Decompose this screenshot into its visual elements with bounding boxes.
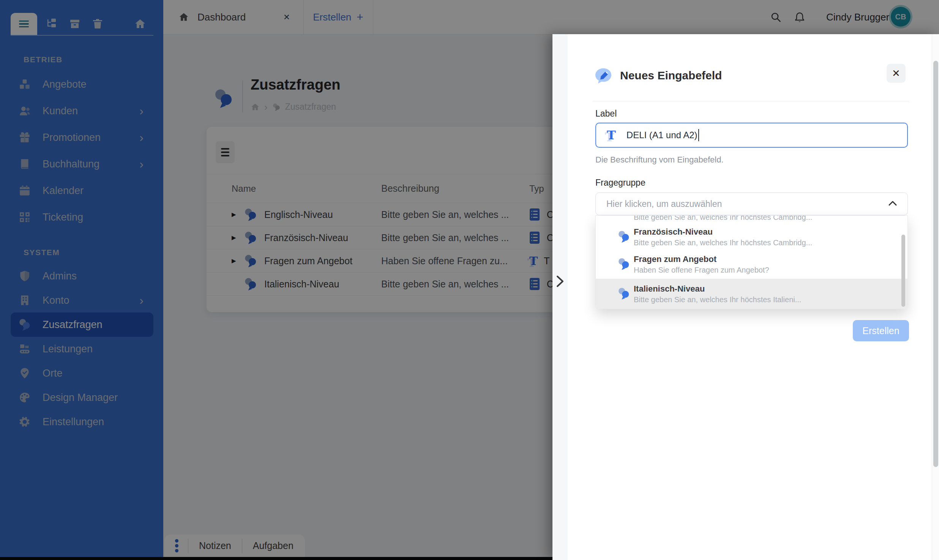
group-field-label: Fragegruppe — [595, 178, 645, 188]
drawer-left-gutter — [552, 34, 568, 560]
dropdown-option-fragen-zum-angebot[interactable]: Fragen zum Angebot Haben Sie offene Frag… — [596, 251, 907, 279]
text-type-icon: T — [607, 128, 616, 142]
chat-bubbles-icon — [617, 257, 630, 270]
label-field-label: Label — [595, 109, 617, 119]
label-input-value: DELI (A1 und A2) — [627, 130, 698, 140]
erstellen-button[interactable]: Erstellen — [853, 320, 909, 341]
dropdown-clipped-option: Bitte geben Sie an, welches Ihr höchstes… — [596, 216, 907, 224]
chat-bubbles-icon — [617, 287, 630, 300]
dropdown-scrollbar-thumb[interactable] — [901, 235, 905, 307]
chevron-right-icon — [555, 275, 565, 288]
new-input-field-drawer: Neues Eingabefeld ✕ Label T DELI (A1 und… — [552, 34, 939, 560]
option-subtitle: Bitte geben Sie an, welches Ihr höchstes… — [634, 295, 801, 304]
text-cursor — [698, 129, 699, 141]
drawer-title: Neues Eingabefeld — [620, 69, 722, 82]
collapse-drawer-button[interactable] — [553, 272, 567, 291]
app-window: BETRIEB Angebote Kunden › Promotionen › — [0, 0, 939, 560]
fragegruppe-select[interactable]: Hier klicken, um auszuwählen — [595, 192, 908, 215]
clipped-option-subtitle: Bitte geben Sie an, welches Ihr höchstes… — [634, 216, 907, 222]
close-drawer-button[interactable]: ✕ — [887, 64, 906, 83]
select-placeholder: Hier klicken, um auszuwählen — [606, 199, 722, 209]
fragegruppe-dropdown: Bitte geben Sie an, welches Ihr höchstes… — [595, 215, 908, 309]
option-title: Italienisch-Niveau — [634, 284, 705, 294]
chat-bubbles-icon — [617, 230, 630, 243]
drawer-header-divider — [593, 101, 909, 101]
option-subtitle: Bitte geben Sie an, welches Ihr höchstes… — [634, 238, 812, 247]
option-subtitle: Haben Sie offene Fragen zum Angebot? — [634, 266, 769, 274]
chevron-up-icon — [888, 200, 898, 207]
option-title: Fragen zum Angebot — [634, 254, 716, 264]
dropdown-option-italienisch[interactable]: Italienisch-Niveau Bitte geben Sie an, w… — [596, 279, 907, 309]
label-helper-text: Die Beschriftung vom Eingabefeld. — [595, 155, 724, 165]
option-title: Französisch-Niveau — [634, 227, 713, 237]
close-icon: ✕ — [892, 68, 900, 79]
drawer-scrollbar-track[interactable] — [932, 34, 939, 560]
dropdown-option-franzoesisch[interactable]: Französisch-Niveau Bitte geben Sie an, w… — [596, 224, 907, 251]
chat-edit-icon — [594, 68, 612, 84]
label-input[interactable]: T DELI (A1 und A2) — [595, 123, 908, 148]
drawer-scrollbar-thumb[interactable] — [933, 61, 938, 467]
